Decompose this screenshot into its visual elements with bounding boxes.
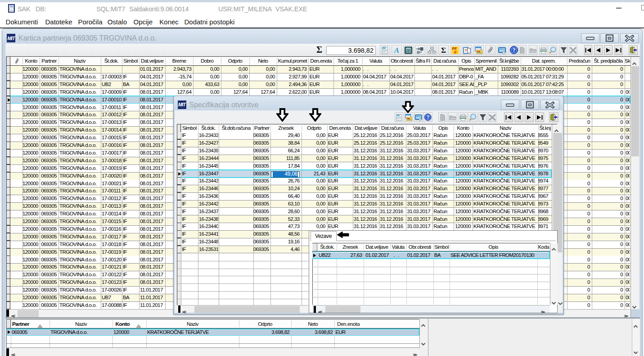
svg-text:IF: IF <box>454 50 458 55</box>
svg-text:?: ? <box>464 48 467 53</box>
svg-text:?: ? <box>427 115 429 120</box>
svg-text:?: ? <box>512 47 515 53</box>
